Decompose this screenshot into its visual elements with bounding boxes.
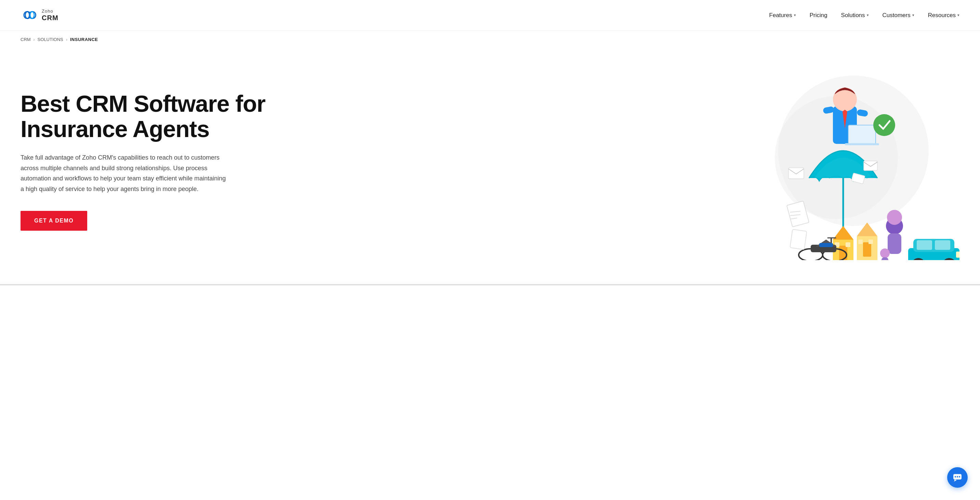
chat-button[interactable] bbox=[947, 467, 968, 488]
svg-point-1 bbox=[30, 12, 34, 19]
hero-description: Take full advantage of Zoho CRM's capabi… bbox=[21, 152, 226, 194]
svg-rect-10 bbox=[848, 125, 876, 144]
nav-item-resources[interactable]: Resources ▾ bbox=[928, 12, 959, 19]
svg-rect-37 bbox=[819, 243, 833, 247]
nav-item-solutions[interactable]: Solutions ▾ bbox=[841, 12, 869, 19]
logo-text: Zoho CRM bbox=[42, 9, 59, 21]
svg-point-0 bbox=[25, 12, 29, 19]
svg-rect-42 bbox=[917, 240, 932, 250]
breadcrumb: CRM › SOLUTIONS › INSURANCE bbox=[0, 31, 980, 48]
hero-illustration bbox=[727, 62, 959, 260]
bottom-divider bbox=[0, 284, 980, 286]
svg-rect-24 bbox=[846, 242, 850, 247]
svg-point-55 bbox=[959, 476, 960, 478]
hero-content: Best CRM Software for Insurance Agents T… bbox=[21, 91, 267, 230]
svg-point-49 bbox=[880, 248, 890, 258]
svg-rect-28 bbox=[858, 240, 863, 244]
svg-rect-31 bbox=[888, 233, 901, 254]
svg-rect-51 bbox=[790, 229, 807, 249]
chat-icon bbox=[953, 473, 962, 482]
hero-illustration-svg bbox=[727, 62, 959, 260]
get-demo-button[interactable]: GET A DEMO bbox=[21, 211, 87, 231]
svg-point-54 bbox=[957, 476, 958, 478]
svg-rect-14 bbox=[864, 161, 877, 171]
svg-rect-43 bbox=[935, 240, 950, 250]
breadcrumb-current: INSURANCE bbox=[70, 37, 98, 42]
breadcrumb-crm[interactable]: CRM bbox=[21, 37, 31, 42]
chevron-down-icon: ▾ bbox=[912, 13, 914, 17]
logo-crm: CRM bbox=[42, 14, 59, 22]
header: Zoho CRM Features ▾ Pricing Solutions ▾ … bbox=[0, 0, 980, 31]
svg-rect-48 bbox=[956, 252, 959, 258]
svg-rect-27 bbox=[863, 242, 871, 257]
breadcrumb-sep-2: › bbox=[66, 37, 67, 42]
svg-point-12 bbox=[873, 114, 895, 136]
svg-rect-11 bbox=[845, 143, 879, 145]
logo[interactable]: Zoho CRM bbox=[21, 9, 59, 21]
svg-point-53 bbox=[955, 476, 956, 478]
svg-rect-50 bbox=[881, 257, 888, 260]
zoho-logo-icon bbox=[21, 9, 38, 21]
main-nav: Features ▾ Pricing Solutions ▾ Customers… bbox=[769, 12, 959, 19]
svg-point-32 bbox=[887, 210, 902, 225]
chevron-down-icon: ▾ bbox=[867, 13, 869, 17]
breadcrumb-solutions[interactable]: SOLUTIONS bbox=[38, 37, 63, 42]
nav-item-features[interactable]: Features ▾ bbox=[769, 12, 796, 19]
nav-item-pricing[interactable]: Pricing bbox=[810, 12, 827, 19]
chevron-down-icon: ▾ bbox=[958, 13, 959, 17]
nav-item-customers[interactable]: Customers ▾ bbox=[883, 12, 914, 19]
breadcrumb-sep-1: › bbox=[33, 37, 35, 42]
svg-point-6 bbox=[833, 87, 857, 111]
svg-rect-29 bbox=[869, 240, 873, 244]
svg-rect-13 bbox=[788, 168, 804, 179]
logo-zoho: Zoho bbox=[42, 9, 59, 14]
hero-title: Best CRM Software for Insurance Agents bbox=[21, 91, 267, 141]
chevron-down-icon: ▾ bbox=[794, 13, 796, 17]
hero-section: Best CRM Software for Insurance Agents T… bbox=[0, 48, 980, 281]
